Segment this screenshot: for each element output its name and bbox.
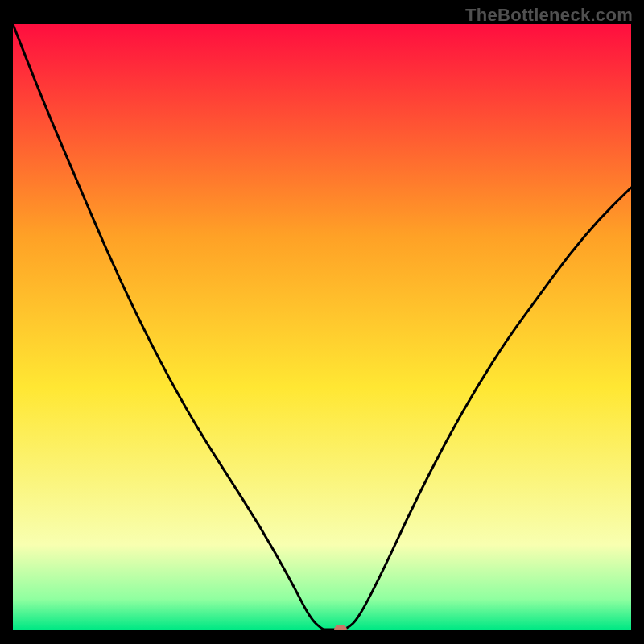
watermark-text: TheBottleneck.com [465,5,633,26]
plot-area [13,24,631,630]
gradient-background [13,24,631,630]
chart-container: TheBottleneck.com [0,0,644,644]
chart-svg [13,24,631,630]
